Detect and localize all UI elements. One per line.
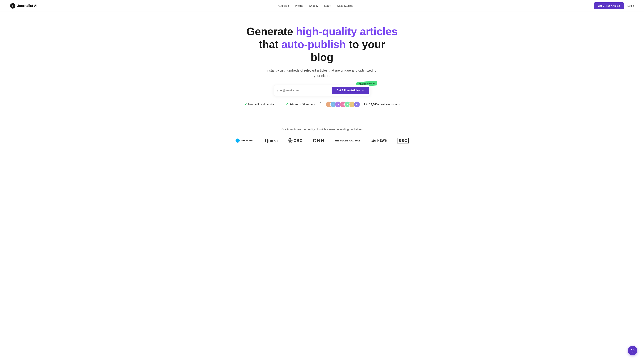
publisher-quora: Quora [265, 138, 278, 143]
publisher-wikipedia: 🌐 WIKIPEDIA [235, 138, 255, 143]
email-form: Get 3 Free Articles → [274, 85, 370, 96]
check-icon-1: ✓ [244, 103, 247, 106]
logo-text: Journalist AI [17, 4, 37, 8]
wiki-globe-icon: 🌐 [235, 138, 240, 143]
join-text: Join 14,605+ business owners [364, 103, 400, 106]
chat-icon [630, 349, 635, 353]
check-icon-2: ✓ [286, 103, 288, 106]
nav-right: Get 3 Free Articles Login [594, 2, 634, 9]
navbar: 🎙 Journalist AI AutoBlog Pricing Shopify… [0, 0, 644, 12]
publisher-cbc: CBC [288, 138, 303, 143]
chat-button[interactable] [628, 346, 637, 355]
nav-cta-button[interactable]: Get 3 Free Articles [594, 2, 624, 9]
publisher-bbc: BBC [397, 138, 409, 143]
publisher-globe: THE GLOBE AND MAIL* [335, 139, 362, 142]
form-cta-button[interactable]: Get 3 Free Articles → [332, 87, 369, 94]
scroll-arrow: ↺ [318, 101, 322, 106]
nav-case-studies[interactable]: Case Studies [337, 4, 353, 7]
nav-pricing[interactable]: Pricing [295, 4, 303, 7]
nav-links: AutoBlog Pricing Shopify Learn Case Stud… [278, 4, 353, 7]
nav-learn[interactable]: Learn [324, 4, 331, 7]
hero-highlight-2: auto-publish [282, 38, 346, 50]
publishers-subtitle: Our AI matches the quality of articles s… [7, 128, 637, 131]
publishers-logos: 🌐 WIKIPEDIA Quora CBC CNN THE GLOBE AND … [7, 138, 637, 143]
hero-highlight-1: high-quality articles [296, 25, 398, 37]
trust-join: J M A S R T K Join 14,605+ business owne… [326, 101, 400, 108]
hero-section: Exploring the great outdoors: A beginner… [0, 12, 644, 114]
trust-item-no-cc: ✓ No credit card required [244, 103, 276, 106]
nav-shopify[interactable]: Shopify [309, 4, 318, 7]
cbc-icon [288, 138, 292, 143]
publisher-cnn: CNN [313, 138, 325, 143]
avatar-7: K [354, 101, 360, 108]
logo-icon: 🎙 [10, 3, 16, 8]
publishers-section: Our AI matches the quality of articles s… [0, 128, 644, 153]
email-input[interactable] [277, 87, 332, 93]
email-form-wrapper: Plagiarism Free Get 3 Free Articles → [268, 85, 376, 96]
trust-row: ✓ No credit card required ✓ Articles in … [3, 101, 641, 108]
hero-headline: Generate high-quality articles that auto… [246, 25, 398, 64]
nav-login-button[interactable]: Login [628, 4, 634, 7]
logo[interactable]: 🎙 Journalist AI [10, 3, 37, 8]
avatars-group: J M A S R T K [326, 101, 360, 108]
trust-item-articles: ✓ Articles in 30 seconds ↺ [286, 103, 316, 106]
hero-subtitle: Instantly get hundreds of relevant artic… [265, 68, 379, 78]
publisher-abc: abc NEWS [372, 139, 387, 143]
nav-autoblog[interactable]: AutoBlog [278, 4, 289, 7]
